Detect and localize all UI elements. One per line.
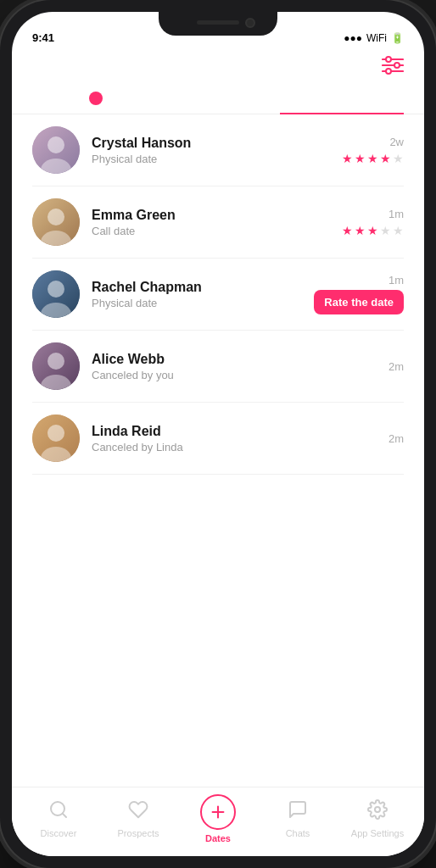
date-type: Physical date <box>92 153 330 165</box>
date-info: Linda ReidCanceled by Linda <box>92 424 377 453</box>
nav-chats[interactable]: Chats <box>258 799 338 838</box>
app-header <box>12 49 424 80</box>
star-filled: ★ <box>355 152 366 165</box>
svg-point-8 <box>48 136 64 153</box>
discover-icon <box>48 799 69 825</box>
date-type: Call date <box>92 225 330 237</box>
svg-point-5 <box>386 69 391 74</box>
list-item[interactable]: Rachel ChapmanPhysical date1mRate the da… <box>32 259 404 331</box>
wifi-icon: WiFi <box>366 32 387 44</box>
star-filled: ★ <box>342 224 353 237</box>
date-name: Alice Webb <box>92 352 377 367</box>
date-name: Rachel Chapman <box>92 280 302 295</box>
date-meta: 2w★★★★★ <box>342 136 404 165</box>
avatar <box>32 415 80 462</box>
date-meta: 2m <box>388 360 404 373</box>
star-filled: ★ <box>342 152 353 165</box>
date-time: 2m <box>388 360 404 373</box>
date-time: 2m <box>388 432 404 445</box>
date-time: 1m <box>388 208 404 220</box>
date-type: Physical date <box>92 297 302 309</box>
date-info: Rachel ChapmanPhysical date <box>92 280 302 309</box>
avatar <box>32 198 80 246</box>
phone-screen: 9:41 ●●● WiFi 🔋 <box>12 12 424 856</box>
star-filled: ★ <box>355 224 366 237</box>
dates-label: Dates <box>205 833 231 843</box>
list-item[interactable]: Emma GreenCall date1m★★★★★ <box>32 186 404 259</box>
tab-past-date[interactable] <box>280 90 404 114</box>
pending-badge <box>89 92 103 105</box>
star-filled: ★ <box>367 152 378 165</box>
date-type: Canceled by Linda <box>92 441 377 453</box>
svg-point-30 <box>375 807 380 812</box>
date-list: Crystal HansonPhysical date2w★★★★★ Emma … <box>12 114 424 787</box>
tab-pending[interactable] <box>32 90 156 114</box>
date-info: Alice WebbCanceled by you <box>92 352 377 381</box>
date-type: Canceled by you <box>92 369 377 381</box>
date-time: 1m <box>388 274 404 287</box>
avatar <box>32 270 80 318</box>
list-item[interactable]: Crystal HansonPhysical date2w★★★★★ <box>32 114 404 186</box>
rating-stars: ★★★★★ <box>342 224 404 237</box>
star-empty: ★ <box>380 224 391 237</box>
svg-point-20 <box>48 353 64 370</box>
filter-icon[interactable] <box>382 56 404 80</box>
nav-prospects[interactable]: Prospects <box>98 799 178 838</box>
signal-icon: ●●● <box>344 32 362 44</box>
star-filled: ★ <box>380 152 391 165</box>
avatar <box>32 342 80 390</box>
app-content: Crystal HansonPhysical date2w★★★★★ Emma … <box>12 49 424 856</box>
svg-point-3 <box>386 57 391 62</box>
bottom-nav: Discover Prospects <box>12 787 424 856</box>
date-time: 2w <box>389 136 404 148</box>
discover-label: Discover <box>41 828 77 838</box>
star-empty: ★ <box>393 224 404 237</box>
star-filled: ★ <box>367 224 378 237</box>
chats-label: Chats <box>286 828 310 838</box>
date-meta: 2m <box>388 432 404 445</box>
date-info: Emma GreenCall date <box>92 208 330 237</box>
svg-point-16 <box>48 281 64 298</box>
prospects-icon <box>128 799 148 825</box>
battery-icon: 🔋 <box>391 32 404 44</box>
rate-the-date-button[interactable]: Rate the date <box>314 290 404 314</box>
notch <box>159 12 277 36</box>
date-name: Emma Green <box>92 208 330 223</box>
svg-point-24 <box>48 425 64 442</box>
tabs-bar <box>12 80 424 114</box>
svg-line-27 <box>63 813 66 816</box>
date-name: Linda Reid <box>92 424 377 439</box>
notch-speaker <box>197 20 239 25</box>
avatar <box>32 126 80 174</box>
date-info: Crystal HansonPhysical date <box>92 136 330 165</box>
app-settings-label: App Settings <box>351 828 404 838</box>
star-empty: ★ <box>393 152 404 165</box>
date-meta: 1mRate the date <box>314 274 404 314</box>
dates-icon <box>200 794 236 830</box>
nav-app-settings[interactable]: App Settings <box>338 799 417 838</box>
date-meta: 1m★★★★★ <box>342 208 404 237</box>
date-name: Crystal Hanson <box>92 136 330 151</box>
status-time: 9:41 <box>32 31 54 44</box>
nav-discover[interactable]: Discover <box>19 799 98 838</box>
rating-stars: ★★★★★ <box>342 152 404 165</box>
app-settings-icon <box>367 799 388 825</box>
chats-icon <box>288 799 308 825</box>
svg-point-12 <box>48 209 64 225</box>
notch-camera <box>245 18 255 28</box>
prospects-label: Prospects <box>118 828 159 838</box>
svg-point-4 <box>394 63 400 68</box>
list-item[interactable]: Linda ReidCanceled by Linda2m <box>32 403 404 475</box>
status-icons: ●●● WiFi 🔋 <box>344 32 404 44</box>
tab-upcoming[interactable] <box>156 90 280 114</box>
phone-shell: 9:41 ●●● WiFi 🔋 <box>0 0 436 868</box>
nav-dates[interactable]: Dates <box>178 794 258 843</box>
list-item[interactable]: Alice WebbCanceled by you2m <box>32 331 404 403</box>
